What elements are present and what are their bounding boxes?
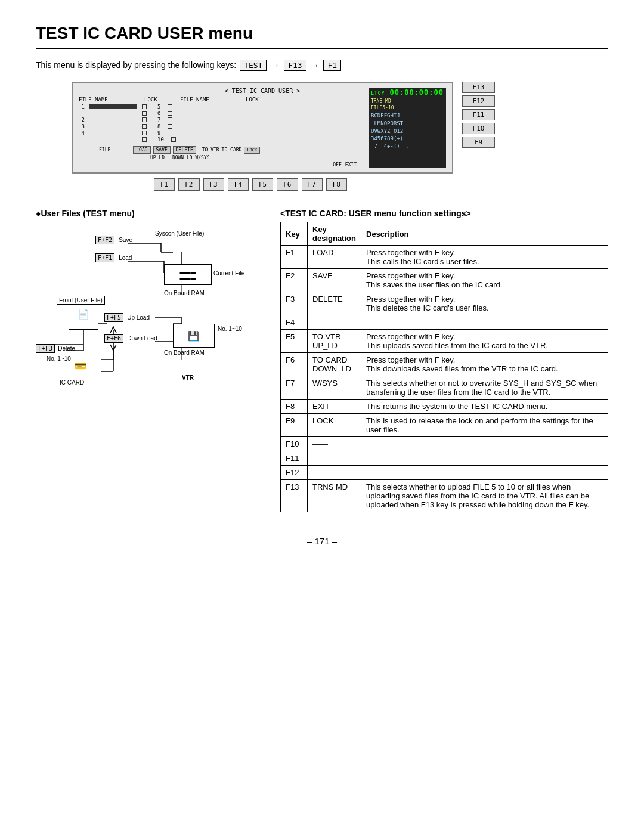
upload-key-area: F+F5 Up Load xyxy=(104,314,150,321)
table-cell-key: F2 xyxy=(281,269,308,292)
table-cell-key: F1 xyxy=(281,246,308,269)
table-cell-designation: EXIT xyxy=(308,400,361,414)
screen-timecode: LTOP 00:00:00:00 xyxy=(369,88,446,97)
intro-line: This menu is displayed by pressing the f… xyxy=(36,60,608,71)
main-content: ●User Files (TEST menu) xyxy=(36,209,608,512)
right-section-title: <TEST IC CARD: USER menu function settin… xyxy=(280,209,608,218)
save-key-area: F+F2 Save xyxy=(95,236,132,243)
table-cell-key: F9 xyxy=(281,414,308,437)
page-title: TEST IC CARD USER menu xyxy=(36,24,608,49)
f12-side-key: F12 xyxy=(462,95,495,107)
table-row: F9LOCKThis is used to release the lock o… xyxy=(281,414,608,437)
screen-char-block: TRNS MD FILE5-10 BCDEFGHIJ LMNOPORSTUVWX… xyxy=(369,97,446,168)
f-key-bottom-row: F1 F2 F3 F4 F5 F6 F7 F8 xyxy=(60,178,441,191)
delete-key-area: F+F3 Delete xyxy=(36,345,75,352)
table-cell-designation: TRNS MD xyxy=(308,480,361,512)
table-cell-key: F8 xyxy=(281,400,308,414)
table-cell-description: Press together with F key. This calls th… xyxy=(361,246,608,269)
f8-bottom-key: F8 xyxy=(326,178,347,191)
table-cell-description xyxy=(361,315,608,330)
table-cell-description xyxy=(361,437,608,451)
table-row: F3DELETEPress together with F key. This … xyxy=(281,292,608,315)
table-cell-key: F11 xyxy=(281,451,308,466)
table-cell-description: Press together with F key. This uploads … xyxy=(361,330,608,353)
f11-side-key: F11 xyxy=(462,109,495,120)
table-cell-key: F5 xyxy=(281,330,308,353)
right-section: <TEST IC CARD: USER menu function settin… xyxy=(280,209,608,512)
syscon-label: Syscon (User File) xyxy=(155,230,204,237)
screen-diagram: < TEST IC CARD USER > LTOP 00:00:00:00 F… xyxy=(72,82,453,174)
f10-side-key: F10 xyxy=(462,123,495,134)
f9-side-key: F9 xyxy=(462,137,495,148)
ic-card-label: IC CARD xyxy=(60,379,84,386)
f5-bottom-key: F5 xyxy=(252,178,273,191)
table-cell-description xyxy=(361,451,608,466)
left-section-title: ●User Files (TEST menu) xyxy=(36,209,262,218)
table-cell-description: This is used to release the lock on and … xyxy=(361,414,608,437)
table-row: F10—— xyxy=(281,437,608,451)
table-cell-key: F13 xyxy=(281,480,308,512)
load-key-area: F+F1 Load xyxy=(95,254,132,261)
f2-bottom-key: F2 xyxy=(178,178,199,191)
screen-row: 4 9 xyxy=(79,130,363,136)
table-cell-description: Press together with F key. This download… xyxy=(361,353,608,376)
screen-col-headers: FILE NAME LOCK FILE NAME LOCK xyxy=(79,97,363,103)
table-cell-designation: —— xyxy=(308,451,361,466)
table-row: F1LOADPress together with F key. This ca… xyxy=(281,246,608,269)
test-key: TEST xyxy=(240,60,267,71)
no-1-10-right-label: No. 1~10 xyxy=(218,326,242,332)
f4-bottom-key: F4 xyxy=(228,178,249,191)
screen-row: 3 8 xyxy=(79,123,363,129)
front-user-file-label: Front (User File) xyxy=(57,296,105,305)
table-row: F2SAVEPress together with F key. This sa… xyxy=(281,269,608,292)
vtr-label: VTR xyxy=(182,374,194,381)
user-files-diagram: Syscon (User File) F+F2 Save F+F1 Load ▬… xyxy=(36,225,250,416)
f13-key: F13 xyxy=(284,60,306,71)
screen-row: 10 xyxy=(79,137,363,143)
f-key-side: F13 F12 F11 F10 F9 xyxy=(462,82,495,148)
table-row: F12—— xyxy=(281,466,608,480)
table-cell-designation: W/SYS xyxy=(308,376,361,400)
on-board-ram2-label: On Board RAM xyxy=(164,349,205,356)
table-cell-key: F3 xyxy=(281,292,308,315)
col-header-key: Key xyxy=(281,222,308,246)
current-file-box: ▬▬▬ ▬▬▬ xyxy=(164,264,212,285)
table-cell-description: This returns the system to the TEST IC C… xyxy=(361,400,608,414)
table-row: F6TO CARD DOWN_LDPress together with F k… xyxy=(281,353,608,376)
on-board-ram-label: On Board RAM xyxy=(164,290,205,296)
f7-bottom-key: F7 xyxy=(302,178,323,191)
page-number: – 171 – xyxy=(36,536,608,546)
table-row: F7W/SYSThis selects whether or not to ov… xyxy=(281,376,608,400)
table-cell-designation: LOAD xyxy=(308,246,361,269)
left-section: ●User Files (TEST menu) xyxy=(36,209,262,512)
table-cell-description: This selects whether to upload FILE 5 to… xyxy=(361,480,608,512)
table-cell-key: F7 xyxy=(281,376,308,400)
no-1-10-left-label: No. 1~10 xyxy=(47,355,71,362)
table-cell-key: F6 xyxy=(281,353,308,376)
col-header-description: Description xyxy=(361,222,608,246)
f1-bottom-key: F1 xyxy=(154,178,175,191)
table-cell-designation: LOCK xyxy=(308,414,361,437)
table-row: F13TRNS MDThis selects whether to upload… xyxy=(281,480,608,512)
table-cell-description: Press together with F key. This deletes … xyxy=(361,292,608,315)
f1-key: F1 xyxy=(323,60,341,71)
table-cell-designation: —— xyxy=(308,315,361,330)
intro-text: This menu is displayed by pressing the f… xyxy=(36,60,236,70)
table-cell-key: F10 xyxy=(281,437,308,451)
front-file-icon: 📄 xyxy=(69,306,98,330)
col-header-designation: Keydesignation xyxy=(308,222,361,246)
vtr-box: 💾 xyxy=(173,324,215,348)
screen-bottom-buttons: FILE LOAD SAVE DELETE TO VTR TO CARD LOC… xyxy=(79,146,363,154)
current-file-label: Current File xyxy=(213,270,244,277)
table-cell-designation: TO CARD DOWN_LD xyxy=(308,353,361,376)
table-cell-designation: —— xyxy=(308,437,361,451)
table-cell-description xyxy=(361,466,608,480)
f3-bottom-key: F3 xyxy=(203,178,224,191)
table-cell-key: F4 xyxy=(281,315,308,330)
f6-bottom-key: F6 xyxy=(277,178,298,191)
table-cell-designation: SAVE xyxy=(308,269,361,292)
screen-row: 2 7 xyxy=(79,117,363,123)
screen-row: 1 5 xyxy=(79,104,363,110)
table-row: F11—— xyxy=(281,451,608,466)
table-row: F5TO VTR UP_LDPress together with F key.… xyxy=(281,330,608,353)
